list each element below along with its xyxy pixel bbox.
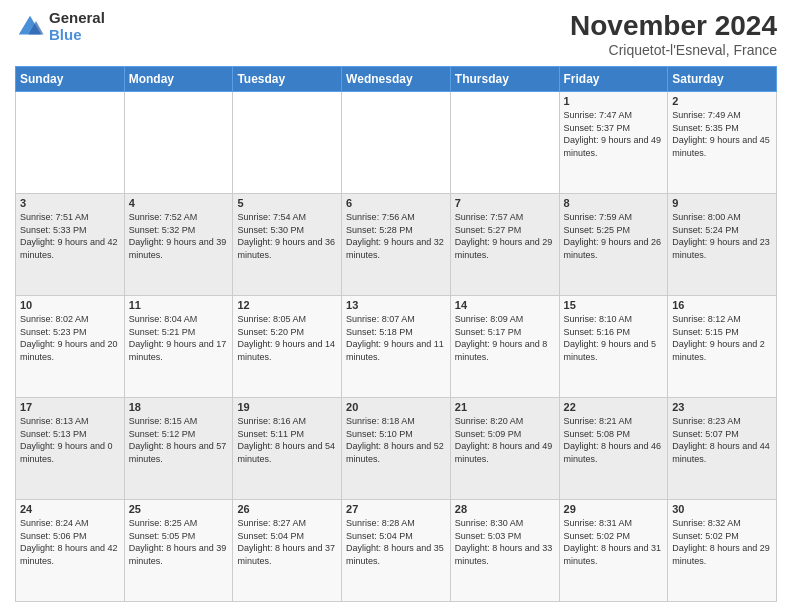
day-info: Sunrise: 8:07 AM Sunset: 5:18 PM Dayligh… bbox=[346, 313, 446, 363]
day-number: 13 bbox=[346, 299, 446, 311]
day-info: Sunrise: 8:21 AM Sunset: 5:08 PM Dayligh… bbox=[564, 415, 664, 465]
calendar-table: SundayMondayTuesdayWednesdayThursdayFrid… bbox=[15, 66, 777, 602]
calendar-cell: 14Sunrise: 8:09 AM Sunset: 5:17 PM Dayli… bbox=[450, 296, 559, 398]
calendar-cell: 11Sunrise: 8:04 AM Sunset: 5:21 PM Dayli… bbox=[124, 296, 233, 398]
day-number: 20 bbox=[346, 401, 446, 413]
calendar-cell: 19Sunrise: 8:16 AM Sunset: 5:11 PM Dayli… bbox=[233, 398, 342, 500]
calendar-body: 1Sunrise: 7:47 AM Sunset: 5:37 PM Daylig… bbox=[16, 92, 777, 602]
day-info: Sunrise: 8:32 AM Sunset: 5:02 PM Dayligh… bbox=[672, 517, 772, 567]
day-info: Sunrise: 8:04 AM Sunset: 5:21 PM Dayligh… bbox=[129, 313, 229, 363]
calendar-cell: 16Sunrise: 8:12 AM Sunset: 5:15 PM Dayli… bbox=[668, 296, 777, 398]
calendar-cell: 12Sunrise: 8:05 AM Sunset: 5:20 PM Dayli… bbox=[233, 296, 342, 398]
logo-icon bbox=[15, 12, 45, 42]
day-info: Sunrise: 7:52 AM Sunset: 5:32 PM Dayligh… bbox=[129, 211, 229, 261]
weekday-header-tuesday: Tuesday bbox=[233, 67, 342, 92]
day-info: Sunrise: 7:51 AM Sunset: 5:33 PM Dayligh… bbox=[20, 211, 120, 261]
day-info: Sunrise: 7:47 AM Sunset: 5:37 PM Dayligh… bbox=[564, 109, 664, 159]
day-number: 16 bbox=[672, 299, 772, 311]
calendar-cell: 13Sunrise: 8:07 AM Sunset: 5:18 PM Dayli… bbox=[342, 296, 451, 398]
calendar-cell: 3Sunrise: 7:51 AM Sunset: 5:33 PM Daylig… bbox=[16, 194, 125, 296]
logo-text: General Blue bbox=[49, 10, 105, 43]
calendar-cell: 28Sunrise: 8:30 AM Sunset: 5:03 PM Dayli… bbox=[450, 500, 559, 602]
calendar-cell bbox=[124, 92, 233, 194]
day-number: 17 bbox=[20, 401, 120, 413]
week-row-4: 17Sunrise: 8:13 AM Sunset: 5:13 PM Dayli… bbox=[16, 398, 777, 500]
week-row-3: 10Sunrise: 8:02 AM Sunset: 5:23 PM Dayli… bbox=[16, 296, 777, 398]
calendar-cell: 30Sunrise: 8:32 AM Sunset: 5:02 PM Dayli… bbox=[668, 500, 777, 602]
weekday-header-sunday: Sunday bbox=[16, 67, 125, 92]
day-info: Sunrise: 8:18 AM Sunset: 5:10 PM Dayligh… bbox=[346, 415, 446, 465]
day-info: Sunrise: 8:30 AM Sunset: 5:03 PM Dayligh… bbox=[455, 517, 555, 567]
logo-blue-text: Blue bbox=[49, 27, 105, 44]
calendar-cell: 22Sunrise: 8:21 AM Sunset: 5:08 PM Dayli… bbox=[559, 398, 668, 500]
day-number: 4 bbox=[129, 197, 229, 209]
day-info: Sunrise: 8:25 AM Sunset: 5:05 PM Dayligh… bbox=[129, 517, 229, 567]
calendar-title: November 2024 bbox=[570, 10, 777, 42]
calendar-cell: 29Sunrise: 8:31 AM Sunset: 5:02 PM Dayli… bbox=[559, 500, 668, 602]
day-info: Sunrise: 7:56 AM Sunset: 5:28 PM Dayligh… bbox=[346, 211, 446, 261]
day-info: Sunrise: 8:00 AM Sunset: 5:24 PM Dayligh… bbox=[672, 211, 772, 261]
calendar-cell bbox=[233, 92, 342, 194]
day-info: Sunrise: 8:12 AM Sunset: 5:15 PM Dayligh… bbox=[672, 313, 772, 363]
week-row-5: 24Sunrise: 8:24 AM Sunset: 5:06 PM Dayli… bbox=[16, 500, 777, 602]
day-info: Sunrise: 8:20 AM Sunset: 5:09 PM Dayligh… bbox=[455, 415, 555, 465]
day-number: 18 bbox=[129, 401, 229, 413]
day-info: Sunrise: 8:15 AM Sunset: 5:12 PM Dayligh… bbox=[129, 415, 229, 465]
day-number: 7 bbox=[455, 197, 555, 209]
calendar-cell: 4Sunrise: 7:52 AM Sunset: 5:32 PM Daylig… bbox=[124, 194, 233, 296]
calendar-cell: 8Sunrise: 7:59 AM Sunset: 5:25 PM Daylig… bbox=[559, 194, 668, 296]
day-number: 29 bbox=[564, 503, 664, 515]
page: General Blue November 2024 Criquetot-l'E… bbox=[0, 0, 792, 612]
day-number: 9 bbox=[672, 197, 772, 209]
calendar-cell: 18Sunrise: 8:15 AM Sunset: 5:12 PM Dayli… bbox=[124, 398, 233, 500]
header: General Blue November 2024 Criquetot-l'E… bbox=[15, 10, 777, 58]
weekday-header-saturday: Saturday bbox=[668, 67, 777, 92]
week-row-1: 1Sunrise: 7:47 AM Sunset: 5:37 PM Daylig… bbox=[16, 92, 777, 194]
calendar-cell: 27Sunrise: 8:28 AM Sunset: 5:04 PM Dayli… bbox=[342, 500, 451, 602]
calendar-subtitle: Criquetot-l'Esneval, France bbox=[570, 42, 777, 58]
calendar-cell bbox=[342, 92, 451, 194]
day-info: Sunrise: 7:57 AM Sunset: 5:27 PM Dayligh… bbox=[455, 211, 555, 261]
day-number: 10 bbox=[20, 299, 120, 311]
day-number: 15 bbox=[564, 299, 664, 311]
calendar-cell bbox=[16, 92, 125, 194]
calendar-cell: 7Sunrise: 7:57 AM Sunset: 5:27 PM Daylig… bbox=[450, 194, 559, 296]
day-info: Sunrise: 8:28 AM Sunset: 5:04 PM Dayligh… bbox=[346, 517, 446, 567]
calendar-header: SundayMondayTuesdayWednesdayThursdayFrid… bbox=[16, 67, 777, 92]
day-number: 1 bbox=[564, 95, 664, 107]
calendar-cell: 1Sunrise: 7:47 AM Sunset: 5:37 PM Daylig… bbox=[559, 92, 668, 194]
day-number: 30 bbox=[672, 503, 772, 515]
day-number: 23 bbox=[672, 401, 772, 413]
weekday-header-thursday: Thursday bbox=[450, 67, 559, 92]
day-number: 26 bbox=[237, 503, 337, 515]
day-number: 3 bbox=[20, 197, 120, 209]
day-info: Sunrise: 7:49 AM Sunset: 5:35 PM Dayligh… bbox=[672, 109, 772, 159]
day-number: 11 bbox=[129, 299, 229, 311]
weekday-header-friday: Friday bbox=[559, 67, 668, 92]
day-info: Sunrise: 8:31 AM Sunset: 5:02 PM Dayligh… bbox=[564, 517, 664, 567]
calendar-cell: 23Sunrise: 8:23 AM Sunset: 5:07 PM Dayli… bbox=[668, 398, 777, 500]
day-info: Sunrise: 8:05 AM Sunset: 5:20 PM Dayligh… bbox=[237, 313, 337, 363]
week-row-2: 3Sunrise: 7:51 AM Sunset: 5:33 PM Daylig… bbox=[16, 194, 777, 296]
calendar-cell: 24Sunrise: 8:24 AM Sunset: 5:06 PM Dayli… bbox=[16, 500, 125, 602]
weekday-header-row: SundayMondayTuesdayWednesdayThursdayFrid… bbox=[16, 67, 777, 92]
logo-general-text: General bbox=[49, 10, 105, 27]
day-info: Sunrise: 8:02 AM Sunset: 5:23 PM Dayligh… bbox=[20, 313, 120, 363]
weekday-header-monday: Monday bbox=[124, 67, 233, 92]
calendar-cell: 25Sunrise: 8:25 AM Sunset: 5:05 PM Dayli… bbox=[124, 500, 233, 602]
logo: General Blue bbox=[15, 10, 105, 43]
calendar-cell: 9Sunrise: 8:00 AM Sunset: 5:24 PM Daylig… bbox=[668, 194, 777, 296]
day-number: 5 bbox=[237, 197, 337, 209]
calendar-cell: 20Sunrise: 8:18 AM Sunset: 5:10 PM Dayli… bbox=[342, 398, 451, 500]
calendar-cell: 2Sunrise: 7:49 AM Sunset: 5:35 PM Daylig… bbox=[668, 92, 777, 194]
day-number: 8 bbox=[564, 197, 664, 209]
calendar-cell: 10Sunrise: 8:02 AM Sunset: 5:23 PM Dayli… bbox=[16, 296, 125, 398]
calendar-cell: 5Sunrise: 7:54 AM Sunset: 5:30 PM Daylig… bbox=[233, 194, 342, 296]
day-info: Sunrise: 7:59 AM Sunset: 5:25 PM Dayligh… bbox=[564, 211, 664, 261]
day-number: 14 bbox=[455, 299, 555, 311]
day-info: Sunrise: 7:54 AM Sunset: 5:30 PM Dayligh… bbox=[237, 211, 337, 261]
day-number: 12 bbox=[237, 299, 337, 311]
day-number: 19 bbox=[237, 401, 337, 413]
day-info: Sunrise: 8:13 AM Sunset: 5:13 PM Dayligh… bbox=[20, 415, 120, 465]
day-number: 25 bbox=[129, 503, 229, 515]
